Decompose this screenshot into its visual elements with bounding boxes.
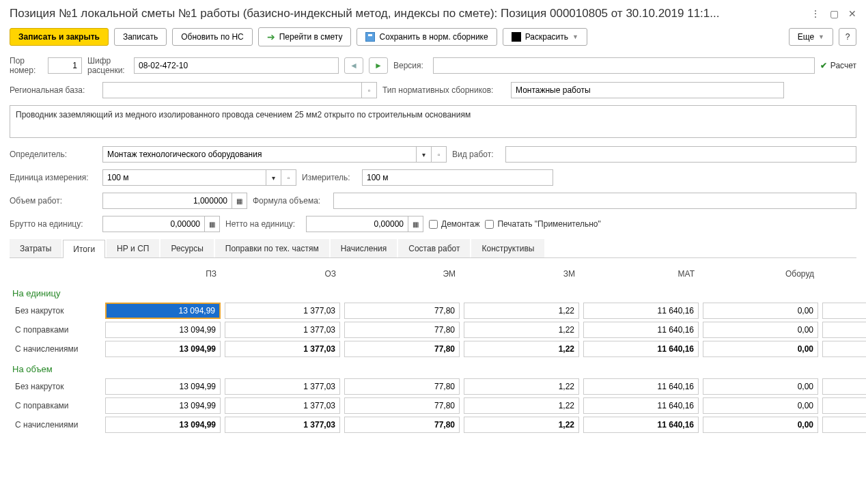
grid-cell[interactable]	[105, 397, 221, 414]
grid-cell[interactable]	[822, 341, 866, 357]
grid-cell[interactable]	[464, 378, 579, 395]
grid-cell[interactable]	[105, 378, 221, 395]
grid-cell[interactable]	[464, 341, 579, 357]
col-header: ПЗ	[105, 266, 221, 281]
row-label: Без накруток	[12, 382, 101, 391]
grid-cell[interactable]	[105, 417, 221, 433]
formula-input[interactable]	[333, 193, 856, 209]
chevron-down-icon[interactable]: ▾	[417, 146, 432, 163]
open-icon[interactable]: ▫	[362, 82, 377, 98]
prev-button[interactable]: ◄	[344, 57, 363, 74]
grid-cell[interactable]	[344, 417, 460, 433]
grid-cell[interactable]	[344, 322, 460, 338]
open-icon[interactable]: ▫	[432, 146, 447, 163]
maximize-icon[interactable]: ▢	[830, 8, 839, 19]
calc-icon[interactable]: ▦	[205, 216, 220, 232]
save-norm-button[interactable]: Сохранить в норм. сборнике	[357, 28, 497, 46]
grid-cell[interactable]	[344, 397, 460, 414]
save-button[interactable]: Записать	[114, 28, 167, 46]
grid-cell[interactable]	[703, 417, 818, 433]
version-input[interactable]	[433, 57, 815, 74]
chevron-down-icon: ▼	[572, 33, 578, 40]
grid-cell[interactable]	[703, 303, 818, 319]
grid-cell[interactable]	[105, 341, 221, 357]
grid-cell[interactable]	[583, 417, 699, 433]
section-title: На единицу	[12, 284, 866, 300]
grid-cell[interactable]	[464, 397, 579, 414]
netto-label: Нетто на единицу:	[225, 219, 301, 229]
grid-cell[interactable]	[703, 322, 818, 338]
grid-cell[interactable]	[344, 378, 460, 395]
goto-estimate-button[interactable]: ➔Перейти в смету	[258, 27, 352, 46]
por-nomer-label: Пор номер:	[10, 56, 42, 75]
grid-cell[interactable]	[225, 341, 340, 357]
tab-1[interactable]: Итоги	[63, 240, 105, 258]
description-box[interactable]: Проводник заземляющий из медного изолиро…	[10, 105, 856, 138]
grid-cell[interactable]	[105, 322, 221, 338]
vid-rabot-input[interactable]	[505, 146, 856, 163]
grid-cell[interactable]	[703, 341, 818, 357]
col-header: МАТ	[583, 266, 699, 281]
calc-icon[interactable]: ▦	[408, 216, 423, 232]
save-close-button[interactable]: Записать и закрыть	[10, 28, 109, 46]
row-label: С начислениями	[12, 344, 101, 354]
por-nomer-input[interactable]	[48, 57, 82, 74]
tab-6[interactable]: Состав работ	[398, 239, 470, 257]
grid-cell[interactable]	[822, 378, 866, 395]
grid-cell[interactable]	[225, 303, 340, 319]
grid-cell[interactable]	[464, 322, 579, 338]
grid-cell[interactable]	[583, 341, 699, 357]
chevron-down-icon[interactable]: ▾	[266, 169, 281, 186]
grid-cell[interactable]	[822, 303, 866, 319]
grid-cell[interactable]	[822, 417, 866, 433]
tab-5[interactable]: Начисления	[331, 239, 397, 257]
raschet-checkbox[interactable]: ✔Расчет	[820, 61, 856, 70]
grid-cell[interactable]	[583, 303, 699, 319]
grid-cell[interactable]	[344, 303, 460, 319]
tab-4[interactable]: Поправки по тех. частям	[215, 239, 329, 257]
grid-cell[interactable]	[105, 303, 221, 319]
grid-cell[interactable]	[703, 378, 818, 395]
version-label: Версия:	[393, 61, 428, 70]
brutto-input[interactable]	[102, 216, 205, 232]
tip-norm-input[interactable]	[511, 82, 784, 98]
grid-cell[interactable]	[225, 378, 340, 395]
demontazh-checkbox[interactable]: Демонтаж	[429, 219, 479, 229]
section-title: На объем	[12, 360, 866, 376]
grid-cell[interactable]	[225, 417, 340, 433]
help-button[interactable]: ?	[839, 28, 856, 46]
window-title: Позиция №1 локальной сметы №1 работы (ба…	[10, 7, 811, 20]
grid-cell[interactable]	[225, 397, 340, 414]
tab-3[interactable]: Ресурсы	[160, 239, 213, 257]
more-button[interactable]: Еще▼	[789, 28, 833, 46]
shifr-input[interactable]	[134, 57, 339, 74]
izmeritel-input[interactable]	[362, 169, 553, 186]
pechatat-checkbox[interactable]: Печатать "Применительно"	[485, 219, 600, 229]
arrow-left-icon: ◄	[350, 61, 358, 70]
next-button[interactable]: ►	[369, 57, 388, 74]
paint-button[interactable]: Раскрасить▼	[503, 28, 587, 46]
grid-cell[interactable]	[464, 303, 579, 319]
kebab-icon[interactable]: ⋮	[811, 8, 820, 19]
grid-cell[interactable]	[703, 397, 818, 414]
grid-cell[interactable]	[344, 341, 460, 357]
opredelitel-input[interactable]	[102, 146, 417, 163]
tab-2[interactable]: НР и СП	[107, 239, 159, 257]
calc-icon[interactable]: ▦	[232, 193, 247, 209]
reg-base-input[interactable]	[102, 82, 362, 98]
grid-cell[interactable]	[822, 397, 866, 414]
grid-cell[interactable]	[225, 322, 340, 338]
grid-cell[interactable]	[583, 378, 699, 395]
grid-cell[interactable]	[464, 417, 579, 433]
grid-cell[interactable]	[583, 397, 699, 414]
grid-cell[interactable]	[822, 322, 866, 338]
grid-cell[interactable]	[583, 322, 699, 338]
update-ns-button[interactable]: Обновить по НС	[172, 28, 253, 46]
ed-izm-input[interactable]	[102, 169, 266, 186]
netto-input[interactable]	[306, 216, 408, 232]
tab-7[interactable]: Конструктивы	[471, 239, 544, 257]
obyem-input[interactable]	[102, 193, 232, 209]
tab-0[interactable]: Затраты	[10, 239, 61, 257]
open-icon[interactable]: ▫	[281, 169, 296, 186]
close-icon[interactable]: ✕	[848, 8, 856, 19]
